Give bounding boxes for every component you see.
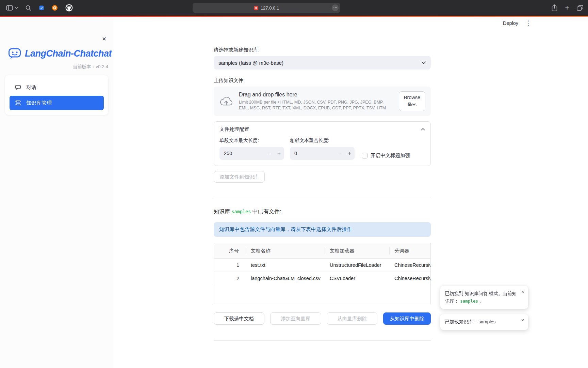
chunk-size-input[interactable]: 250 − + (219, 147, 284, 160)
table-header-row: 序号 文档名称 文档加载器 分词器 (214, 243, 430, 259)
address-bar[interactable]: 127.0.0.1 ⋯ (193, 3, 340, 13)
file-config-expander: 文件处理配置 单段文本最大长度: 250 − + (214, 121, 431, 166)
info-banner: 知识库中包含源文件与向量库，请从下表中选择文件后操作 (214, 222, 431, 237)
column-header[interactable]: 序号 (214, 247, 246, 255)
pinned-tab-orange-icon[interactable] (52, 5, 58, 11)
cloud-upload-icon (219, 96, 233, 107)
column-header[interactable]: 文档加载器 (325, 247, 390, 255)
chevron-down-icon[interactable] (15, 7, 18, 9)
file-dropzone[interactable]: Drag and drop files here Limit 200MB per… (214, 87, 431, 116)
app-logo: LangChain-Chatchat (8, 47, 113, 60)
cell-index: 1 (214, 262, 246, 268)
expander-title: 文件处理配置 (219, 126, 249, 133)
chat-bubble-icon (15, 84, 21, 90)
table-row[interactable]: 1 test.txt UnstructuredFileLoader Chines… (214, 259, 430, 272)
kb-select-value: samples (faiss @ m3e-base) (218, 60, 283, 66)
dropzone-title: Drag and drop files here (239, 92, 393, 98)
sidebar-item-knowledge-base[interactable]: 知识库管理 (10, 96, 104, 110)
page-options-icon[interactable]: ⋯ (332, 4, 339, 11)
expander-header[interactable]: 文件处理配置 (214, 122, 430, 137)
minus-icon[interactable]: − (264, 150, 274, 157)
sidebar-item-label: 对话 (26, 84, 36, 91)
heading-suffix: 中已有文件: (251, 209, 281, 214)
toast-mode-switched: 已切换到 知识库问答 模式。当前知识库： samples 。 ✕ (440, 286, 528, 309)
cell-index: 2 (214, 276, 246, 281)
cell-loader: UnstructuredFileLoader (325, 262, 390, 268)
plus-icon[interactable]: + (274, 150, 284, 157)
main-menu-icon[interactable]: ⋮ (525, 20, 532, 26)
delete-from-kb-button[interactable]: 从知识库中删除 (383, 312, 431, 325)
minus-icon[interactable]: − (334, 150, 344, 157)
logo-chat-icon (8, 47, 22, 60)
close-icon[interactable]: ✕ (521, 317, 524, 324)
kb-select[interactable]: samples (faiss @ m3e-base) (214, 56, 431, 70)
sidebar-toggle-button[interactable] (6, 5, 18, 11)
kb-select-label: 请选择或新建知识库: (214, 47, 431, 53)
new-tab-icon[interactable]: + (565, 4, 569, 12)
kb-files-heading: 知识库 samples 中已有文件: (214, 208, 431, 215)
plus-icon[interactable]: + (344, 150, 355, 157)
files-table: 序号 文档名称 文档加载器 分词器 1 test.txt Unstructure… (214, 243, 431, 304)
browse-files-button[interactable]: Browse files (399, 91, 425, 111)
knowledge-base-icon (15, 100, 21, 106)
overlap-label: 相邻文本重合长度: (290, 138, 355, 144)
chevron-down-icon (421, 61, 426, 64)
cell-splitter: ChineseRecursiveT (390, 276, 430, 281)
zh-title-enhance-checkbox-group: 开启中文标题加强 (362, 151, 410, 160)
url-text: 127.0.0.1 (261, 5, 279, 11)
upload-label: 上传知识文件: (214, 77, 431, 84)
cell-loader: CSVLoader (325, 276, 390, 281)
checkbox[interactable] (362, 153, 368, 158)
cell-splitter: ChineseRecursiveT (390, 262, 430, 268)
overlap-input[interactable]: 0 − + (290, 147, 355, 160)
column-header[interactable]: 文档名称 (246, 247, 325, 255)
github-tab-icon[interactable] (65, 4, 73, 12)
chunk-size-label: 单段文本最大长度: (219, 138, 284, 144)
site-favicon (254, 6, 258, 10)
checkbox-label: 开启中文标题加强 (371, 152, 410, 159)
toast-kb-code: samples (460, 298, 478, 304)
sidebar-close-icon[interactable]: ✕ (102, 36, 107, 42)
toast-text: 。 (479, 298, 484, 304)
kb-name-code: samples (231, 209, 251, 214)
overlap-value: 0 (290, 151, 334, 156)
dropzone-subtitle: Limit 200MB per file • HTML, MD, JSON, C… (239, 99, 393, 111)
browser-toolbar: 127.0.0.1 ⋯ + (0, 0, 588, 16)
share-icon[interactable] (552, 4, 557, 11)
delete-from-vector-store-button[interactable]: 从向量库删除 (327, 312, 377, 325)
cell-filename: langchain-ChatGLM_closed.csv (246, 276, 325, 281)
toast-text: 已加载知识库： samples (445, 319, 496, 324)
table-actions: 下载选中文档 添加至向量库 从向量库删除 从知识库中删除 (214, 312, 431, 325)
divider (214, 197, 431, 197)
sidebar-toggle-icon (6, 5, 13, 11)
sidebar-menu: 对话 知识库管理 (5, 75, 108, 115)
sidebar-item-dialogue[interactable]: 对话 (10, 80, 104, 94)
pinned-tab-blue-icon[interactable] (39, 5, 44, 11)
version-label: 当前版本：v0.2.4 (0, 64, 108, 70)
chevron-up-icon (421, 128, 425, 131)
table-row[interactable]: 2 langchain-ChatGLM_closed.csv CSVLoader… (214, 272, 430, 285)
column-header[interactable]: 分词器 (390, 247, 430, 255)
heading-prefix: 知识库 (214, 209, 231, 214)
sidebar: ✕ LangChain-Chatchat 当前版本：v0.2.4 对话 知识库管… (0, 17, 113, 368)
toast-kb-loaded: 已加载知识库： samples ✕ (440, 314, 528, 330)
close-icon[interactable]: ✕ (521, 289, 524, 295)
deploy-button[interactable]: Deploy (503, 20, 518, 26)
add-files-button[interactable]: 添加文件到知识库 (214, 171, 265, 183)
sidebar-item-label: 知识库管理 (26, 100, 52, 106)
toast-container: 已切换到 知识库问答 模式。当前知识库： samples 。 ✕ 已加载知识库：… (440, 286, 528, 330)
download-selected-button[interactable]: 下载选中文档 (214, 312, 264, 325)
chunk-size-value: 250 (219, 151, 264, 156)
add-to-vector-store-button[interactable]: 添加至向量库 (270, 312, 321, 325)
tab-overview-icon[interactable] (577, 5, 583, 11)
divider (214, 340, 431, 341)
logo-text: LangChain-Chatchat (25, 48, 112, 59)
search-icon[interactable] (26, 5, 31, 11)
cell-filename: test.txt (246, 262, 325, 268)
